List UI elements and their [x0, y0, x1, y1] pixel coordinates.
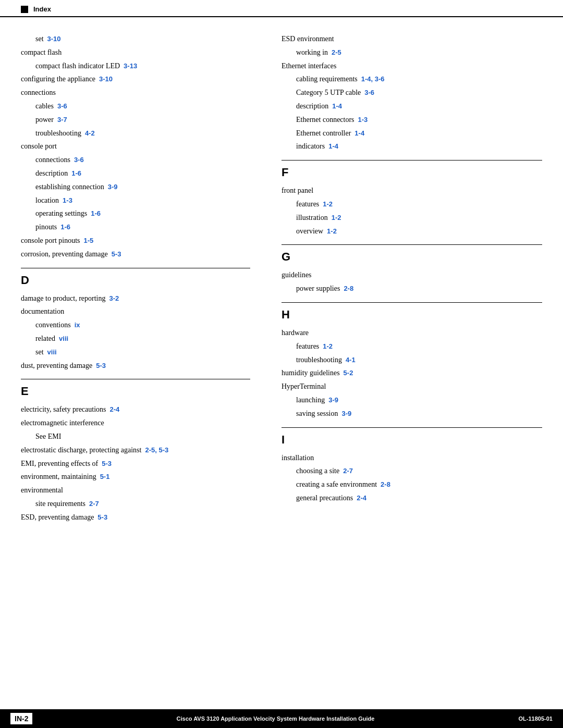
entry-text: electricity, safety precautions 2-4 [21, 405, 119, 413]
list-item: HyperTerminal [282, 380, 542, 393]
list-item: description 1-6 [21, 167, 250, 180]
page-ref[interactable]: ix [75, 321, 80, 329]
list-item: console port [21, 140, 250, 153]
list-item: power 3-7 [21, 114, 250, 126]
footer-bar: IN-2 Cisco AVS 3120 Application Velocity… [0, 709, 563, 728]
list-item: site requirements 2-7 [21, 498, 250, 510]
page-ref[interactable]: 3-10 [47, 35, 61, 43]
list-item: documentation [21, 305, 250, 318]
page-ref[interactable]: 1-2 [323, 200, 333, 208]
page-ref[interactable]: 3-9 [342, 410, 352, 417]
page-ref[interactable]: 3-13 [124, 62, 137, 70]
page-ref[interactable]: 1-2 [332, 214, 341, 221]
list-item: Ethernet controller 1-4 [282, 127, 542, 140]
page-ref[interactable]: 1-4 [328, 142, 338, 150]
page-ref[interactable]: viii [47, 348, 57, 356]
entry-text: location 1-3 [21, 194, 250, 207]
page-ref[interactable]: 4-1 [346, 356, 356, 364]
page-ref[interactable]: 2-5 [332, 48, 341, 56]
page-ref[interactable]: 5-3 [112, 250, 121, 258]
page-ref[interactable]: 2-8 [381, 480, 390, 488]
list-item: installation [282, 452, 542, 464]
entry-text: cables 3-6 [21, 100, 250, 113]
page-ref[interactable]: 1-4 [332, 102, 342, 110]
section-letter-d: D [21, 274, 250, 287]
page-ref[interactable]: 5-2 [344, 369, 353, 377]
list-item: overview 1-2 [282, 225, 542, 238]
entry-text: documentation [21, 307, 64, 315]
entry-text: set viii [21, 346, 250, 359]
page-ref[interactable]: 1-4 [354, 129, 364, 137]
entry-text: indicators 1-4 [282, 140, 542, 153]
page-ref[interactable]: 3-2 [109, 294, 119, 302]
section-divider-d [21, 268, 250, 268]
entry-text: ESD environment [282, 35, 334, 43]
entry-text: installation [282, 454, 314, 462]
entry-text: description 1-6 [21, 167, 250, 180]
page-ref[interactable]: 3-9 [328, 396, 338, 404]
entry-text: power supplies 2-8 [282, 282, 542, 295]
entry-text: connections 3-6 [21, 154, 250, 166]
section-divider-i [282, 427, 542, 428]
list-item: set 3-10 [21, 33, 250, 45]
page-ref[interactable]: 1-3 [63, 196, 72, 204]
page-ref[interactable]: 2-5, 5-3 [145, 446, 168, 454]
page-ref[interactable]: 3-7 [57, 116, 67, 124]
page-ref[interactable]: 2-8 [344, 285, 353, 292]
list-item: Ethernet connectors 1-3 [282, 114, 542, 126]
page-ref[interactable]: 5-3 [97, 513, 107, 521]
page-ref[interactable]: 5-3 [102, 460, 112, 467]
page-ref[interactable]: 1-2 [323, 342, 333, 350]
page-ref[interactable]: 5-1 [100, 473, 110, 480]
page-ref[interactable]: 1-5 [84, 237, 94, 244]
page-ref[interactable]: 1-6 [91, 209, 101, 217]
entry-text: Ethernet connectors 1-3 [282, 114, 542, 126]
list-item: description 1-4 [282, 100, 542, 113]
list-item: electrostatic discharge, protecting agai… [21, 444, 250, 456]
header-square-icon [21, 6, 28, 13]
entry-text: launching 3-9 [282, 394, 542, 406]
entry-text: pinouts 1-6 [21, 221, 250, 233]
entry-text: front panel [282, 187, 313, 194]
list-item: features 1-2 [282, 198, 542, 211]
page-ref[interactable]: 2-4 [357, 494, 366, 502]
page-ref[interactable]: 5-3 [96, 362, 106, 369]
page-ref[interactable]: 2-7 [89, 500, 99, 508]
entry-text: establishing connection 3-9 [21, 181, 250, 193]
page-ref[interactable]: 4-2 [85, 129, 95, 137]
header-title: Index [33, 5, 51, 13]
page-ref[interactable]: 3-9 [108, 183, 118, 191]
page-ref[interactable]: 3-6 [74, 156, 84, 164]
list-item: general precautions 2-4 [282, 492, 542, 504]
list-item: related viii [21, 332, 250, 345]
page-ref[interactable]: 3-10 [99, 75, 113, 83]
page-ref[interactable]: 3-6 [364, 89, 374, 96]
list-item: connections [21, 87, 250, 99]
section-letter-h: H [282, 308, 542, 322]
list-item: compact flash indicator LED 3-13 [21, 60, 250, 72]
entry-text: hardware [282, 329, 309, 337]
entry-text: cabling requirements 1-4, 3-6 [282, 73, 542, 85]
list-item: troubleshooting 4-2 [21, 127, 250, 140]
list-item: establishing connection 3-9 [21, 181, 250, 193]
list-item: illustration 1-2 [282, 212, 542, 224]
page-ref[interactable]: 1-3 [358, 116, 368, 124]
page-ref[interactable]: 1-6 [71, 169, 81, 177]
entry-text: overview 1-2 [282, 225, 542, 238]
page-ref[interactable]: 3-6 [57, 102, 67, 110]
page-ref[interactable]: 1-6 [60, 223, 70, 231]
entry-text: saving session 3-9 [282, 408, 542, 420]
entry-text: console port pinouts 1-5 [21, 237, 93, 244]
list-item: configuring the appliance 3-10 [21, 73, 250, 85]
page-ref[interactable]: 1-2 [327, 227, 337, 235]
entry-text: Ethernet interfaces [282, 62, 336, 70]
list-item: set viii [21, 346, 250, 359]
page-ref[interactable]: 2-4 [110, 405, 120, 413]
page-ref[interactable]: 2-7 [343, 467, 353, 475]
page-ref[interactable]: viii [59, 335, 68, 342]
content-area: set 3-10 compact flash compact flash ind… [0, 17, 563, 525]
section-letter-i: I [282, 433, 542, 447]
entry-text: features 1-2 [282, 340, 542, 353]
list-item: corrosion, preventing damage 5-3 [21, 248, 250, 261]
page-ref[interactable]: 1-4, 3-6 [361, 75, 385, 83]
